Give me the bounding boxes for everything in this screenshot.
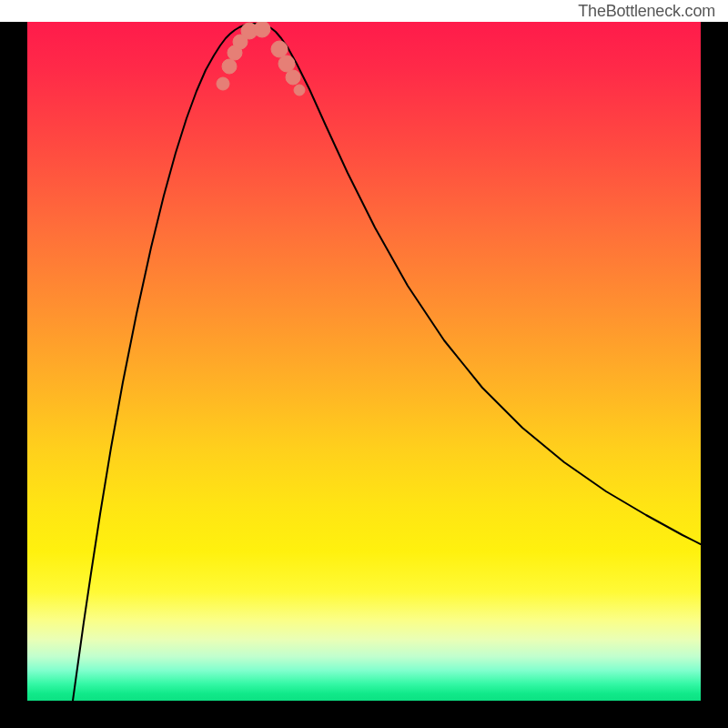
marker-right-upper bbox=[286, 70, 300, 85]
curve-right bbox=[253, 24, 701, 544]
marker-bottom-mid bbox=[254, 22, 270, 37]
marker-right-top bbox=[294, 85, 305, 96]
marker-left-top bbox=[217, 77, 229, 90]
marker-right-mid bbox=[278, 56, 295, 72]
chart-overlay bbox=[27, 22, 701, 701]
watermark-text: TheBottleneck.com bbox=[578, 0, 715, 22]
marker-right-lower bbox=[271, 41, 288, 57]
marker-left-upper bbox=[222, 59, 237, 74]
plot-area bbox=[27, 22, 701, 701]
chart-frame bbox=[0, 22, 728, 728]
curve-left bbox=[73, 24, 253, 701]
curve-group bbox=[73, 24, 701, 701]
chart-stage: TheBottleneck.com bbox=[0, 0, 728, 728]
